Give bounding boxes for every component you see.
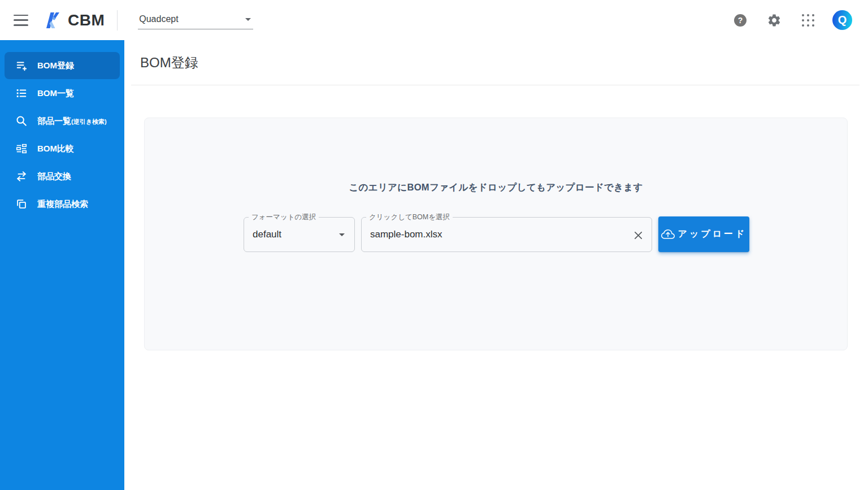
- sidebar-item-bom-compare[interactable]: BOM比較: [5, 135, 120, 162]
- chevron-down-icon: [339, 233, 345, 236]
- sidebar-item-sublabel: (逆引き検索): [71, 118, 107, 125]
- format-select-label: フォーマットの選択: [249, 213, 319, 222]
- sidebar-item-label: BOM比較: [37, 144, 74, 154]
- app-window: CBM Quadcept ? Q: [0, 0, 868, 490]
- upload-button[interactable]: アップロード: [658, 216, 749, 252]
- sidebar-item-label: 重複部品検索: [37, 199, 88, 210]
- sidebar-item-label: 部品一覧(逆引き検索): [37, 116, 107, 127]
- sidebar-nav: BOM登録 BOM一覧 部品一覧(逆引き検索): [0, 40, 124, 490]
- sidebar-item-label: BOM一覧: [37, 88, 74, 99]
- cbm-logo-icon: [41, 9, 63, 32]
- apps-button[interactable]: [798, 11, 818, 30]
- playlist-add-icon: [15, 59, 28, 72]
- gear-icon: [767, 13, 782, 28]
- hamburger-menu-icon[interactable]: [14, 15, 28, 26]
- chevron-down-icon: [245, 18, 251, 21]
- bom-file-name: sample-bom.xlsx: [362, 229, 442, 240]
- clear-file-button[interactable]: [631, 228, 645, 242]
- page-title: BOM登録: [140, 54, 198, 72]
- brand-logo: CBM: [41, 9, 105, 32]
- list-icon: [15, 87, 28, 99]
- sidebar-item-label: 部品交換: [37, 171, 71, 182]
- close-icon: [633, 230, 644, 241]
- sidebar-item-parts-swap[interactable]: 部品交換: [5, 163, 120, 190]
- bom-file-input-label: クリックしてBOMを選択: [366, 213, 453, 222]
- sidebar-item-parts-list[interactable]: 部品一覧(逆引き検索): [5, 107, 120, 135]
- duplicate-icon: [15, 198, 28, 210]
- swap-icon: [15, 170, 28, 183]
- tenant-select-value: Quadcept: [139, 14, 178, 24]
- header-actions: ? Q: [731, 10, 852, 30]
- top-header: CBM Quadcept ? Q: [0, 0, 868, 40]
- main-content: BOM登録 このエリアにBOMファイルをドロップしてもアップロードできます フォ…: [124, 40, 868, 490]
- compare-list-icon: [15, 142, 28, 155]
- cloud-upload-icon: [661, 228, 675, 241]
- dropzone-hint-text: このエリアにBOMファイルをドロップしてもアップロードできます: [145, 181, 847, 194]
- brand-name: CBM: [68, 11, 105, 29]
- sidebar-item-duplicate-search[interactable]: 重複部品検索: [5, 190, 120, 218]
- title-divider: [131, 85, 860, 85]
- bom-dropzone[interactable]: このエリアにBOMファイルをドロップしてもアップロードできます フォーマットの選…: [144, 118, 848, 350]
- sidebar-item-label: BOM登録: [37, 60, 74, 71]
- apps-grid-icon: [802, 14, 814, 27]
- help-icon: ?: [734, 14, 747, 27]
- sidebar-item-bom-register[interactable]: BOM登録: [5, 52, 120, 79]
- help-button[interactable]: ?: [731, 11, 750, 30]
- format-select-value: default: [244, 229, 281, 240]
- settings-button[interactable]: [765, 11, 784, 30]
- tenant-select[interactable]: Quadcept: [138, 11, 253, 29]
- sidebar-item-bom-list[interactable]: BOM一覧: [5, 80, 120, 107]
- user-avatar[interactable]: Q: [832, 10, 852, 30]
- search-icon: [15, 115, 28, 127]
- upload-button-label: アップロード: [678, 228, 747, 240]
- bom-file-input[interactable]: クリックしてBOMを選択 sample-bom.xlsx: [361, 217, 652, 252]
- header-divider: [117, 10, 118, 31]
- format-select[interactable]: フォーマットの選択 default: [244, 217, 355, 252]
